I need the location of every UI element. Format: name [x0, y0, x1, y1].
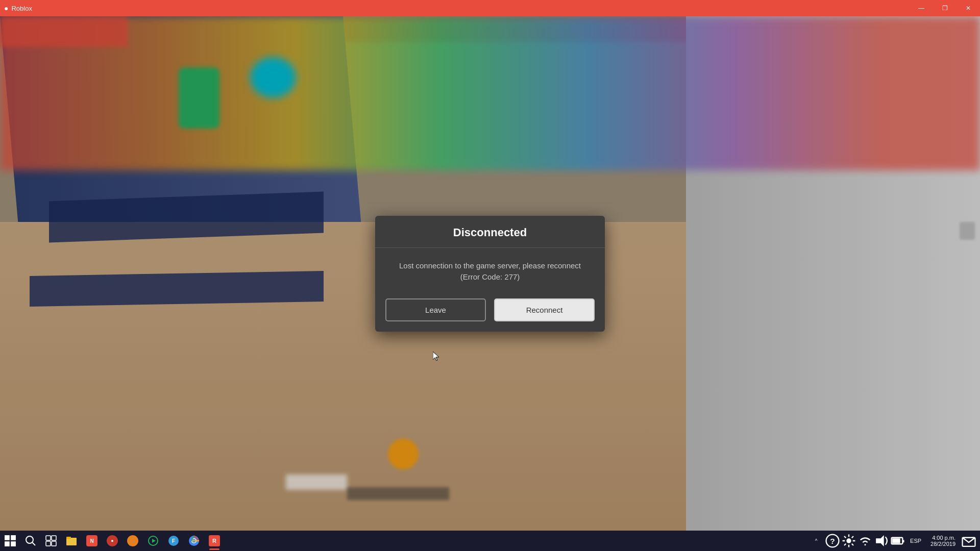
explorer-icon	[66, 535, 77, 546]
taskbar-start-button[interactable]	[0, 531, 20, 551]
svg-point-4	[26, 536, 33, 543]
taskbar-app4-button[interactable]	[143, 531, 163, 551]
svg-rect-8	[46, 541, 51, 546]
taskbar-app2-button[interactable]: ●	[102, 531, 122, 551]
svg-marker-13	[152, 539, 156, 543]
disconnected-dialog: Disconnected Lost connection to the game…	[375, 216, 605, 332]
svg-rect-9	[52, 541, 56, 546]
app5-icon: F	[168, 535, 179, 546]
svg-rect-11	[66, 537, 71, 539]
volume-icon	[874, 534, 889, 548]
taskbar-app5-button[interactable]: F	[163, 531, 184, 551]
esp-label: ESP	[907, 538, 924, 544]
clock-date: 28/2/2019	[930, 541, 955, 547]
svg-marker-22	[876, 535, 884, 546]
svg-rect-2	[5, 541, 10, 546]
app3-icon	[127, 535, 138, 546]
taskbar-roblox-button[interactable]: R	[204, 531, 225, 551]
titlebar-title: Roblox	[11, 5, 32, 12]
roblox-taskbar-icon: R	[209, 535, 220, 546]
battery-icon	[891, 534, 905, 548]
svg-point-21	[846, 538, 851, 543]
taskbar: N ● F R	[0, 531, 980, 551]
maximize-button[interactable]: ❐	[933, 0, 957, 16]
svg-text:?: ?	[830, 537, 835, 545]
clock-time: 4:00 p.m.	[932, 535, 955, 541]
wifi-icon	[858, 534, 872, 548]
titlebar-left: ● Roblox	[0, 4, 32, 12]
taskbar-taskview-button[interactable]	[41, 531, 61, 551]
svg-text:F: F	[172, 538, 175, 544]
system-tray: ^ ?	[809, 531, 980, 551]
chrome-icon	[188, 535, 200, 546]
leave-button[interactable]: Leave	[385, 298, 486, 321]
tray-settings-button[interactable]	[842, 531, 856, 551]
modal-overlay: Disconnected Lost connection to the game…	[0, 16, 980, 531]
taskview-icon	[45, 535, 57, 546]
minimize-button[interactable]: —	[910, 0, 933, 16]
windows-icon	[5, 535, 16, 546]
dialog-footer: Leave Reconnect	[375, 293, 605, 332]
dialog-message: Lost connection to the game server, plea…	[390, 260, 590, 283]
dialog-title: Disconnected	[453, 226, 527, 239]
notification-icon	[962, 534, 976, 548]
help-icon: ?	[825, 534, 840, 548]
clock-display[interactable]: 4:00 p.m. 28/2/2019	[926, 531, 960, 551]
close-button[interactable]: ✕	[957, 0, 980, 16]
reconnect-button[interactable]: Reconnect	[494, 298, 595, 321]
titlebar: ● Roblox — ❐ ✕	[0, 0, 980, 16]
svg-rect-25	[892, 538, 900, 543]
tray-chevron-button[interactable]: ^	[809, 531, 823, 551]
svg-rect-24	[902, 540, 904, 542]
svg-rect-0	[5, 535, 10, 540]
svg-rect-7	[52, 536, 56, 540]
taskbar-chrome-button[interactable]	[184, 531, 204, 551]
svg-rect-10	[66, 538, 77, 545]
dialog-body: Lost connection to the game server, plea…	[375, 248, 605, 293]
notification-button[interactable]	[962, 531, 976, 551]
taskbar-search-button[interactable]	[20, 531, 41, 551]
tray-volume-button[interactable]	[874, 531, 889, 551]
dialog-header: Disconnected	[375, 216, 605, 248]
taskbar-explorer-button[interactable]	[61, 531, 82, 551]
taskbar-app1-button[interactable]: N	[82, 531, 102, 551]
titlebar-controls: — ❐ ✕	[910, 0, 980, 16]
app4-icon	[148, 535, 159, 546]
dialog-message-line1: Lost connection to the game server, plea…	[399, 261, 581, 270]
roblox-logo-icon: ●	[4, 4, 8, 12]
taskbar-app3-button[interactable]	[122, 531, 143, 551]
svg-rect-6	[46, 536, 51, 540]
tray-battery-button[interactable]	[891, 531, 905, 551]
tray-wifi-button[interactable]	[858, 531, 872, 551]
tray-help-button[interactable]: ?	[825, 531, 840, 551]
svg-line-5	[33, 543, 36, 546]
search-icon	[25, 535, 36, 546]
dialog-message-line2: (Error Code: 277)	[460, 272, 520, 281]
svg-rect-1	[11, 535, 16, 540]
app2-icon: ●	[107, 535, 118, 546]
svg-rect-3	[11, 541, 16, 546]
settings-icon	[842, 534, 856, 548]
app1-icon: N	[86, 535, 97, 546]
